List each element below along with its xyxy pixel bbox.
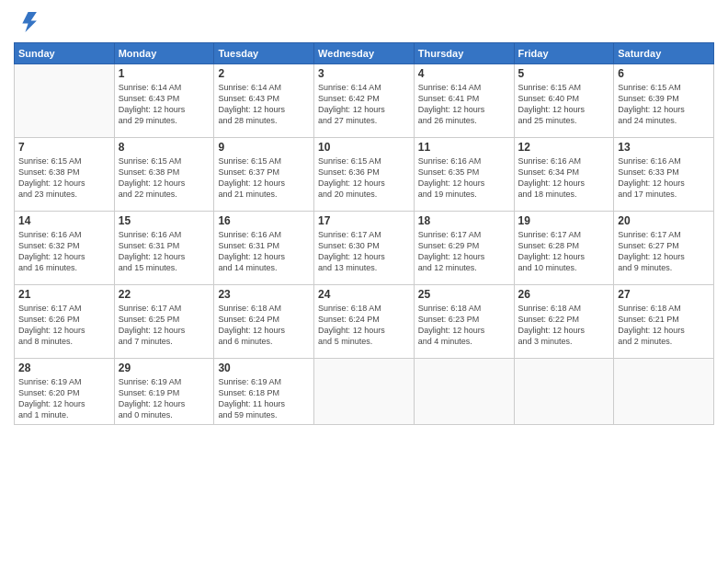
day-info: Sunrise: 6:19 AMSunset: 6:18 PMDaylight:… [218,376,310,421]
day-info: Sunrise: 6:15 AMSunset: 6:38 PMDaylight:… [119,155,210,201]
calendar-cell: 16Sunrise: 6:16 AMSunset: 6:31 PMDayligh… [214,212,314,285]
calendar-cell: 18Sunrise: 6:17 AMSunset: 6:29 PMDayligh… [414,212,514,285]
calendar-cell: 3Sunrise: 6:14 AMSunset: 6:42 PMDaylight… [314,64,415,138]
calendar-cell [614,359,714,425]
day-info: Sunrise: 6:17 AMSunset: 6:30 PMDaylight:… [318,229,410,274]
calendar-cell: 23Sunrise: 6:18 AMSunset: 6:24 PMDayligh… [214,285,314,359]
day-info: Sunrise: 6:14 AMSunset: 6:41 PMDaylight:… [418,82,510,127]
weekday-header: Monday [114,43,214,64]
calendar-cell: 6Sunrise: 6:15 AMSunset: 6:39 PMDaylight… [614,64,714,138]
day-info: Sunrise: 6:18 AMSunset: 6:24 PMDaylight:… [318,303,410,348]
day-number: 16 [218,214,310,227]
day-info: Sunrise: 6:15 AMSunset: 6:37 PMDaylight:… [218,155,310,201]
day-info: Sunrise: 6:17 AMSunset: 6:29 PMDaylight:… [418,229,510,274]
calendar-week-row: 7Sunrise: 6:15 AMSunset: 6:38 PMDaylight… [15,138,714,212]
calendar-cell: 2Sunrise: 6:14 AMSunset: 6:43 PMDaylight… [214,64,314,138]
day-info: Sunrise: 6:16 AMSunset: 6:31 PMDaylight:… [119,229,210,274]
day-number: 13 [618,141,710,154]
weekday-header: Saturday [614,43,714,64]
calendar-cell: 9Sunrise: 6:15 AMSunset: 6:37 PMDaylight… [214,138,314,212]
day-info: Sunrise: 6:15 AMSunset: 6:36 PMDaylight:… [318,155,410,201]
day-number: 11 [418,141,510,154]
day-info: Sunrise: 6:19 AMSunset: 6:19 PMDaylight:… [119,376,210,421]
weekday-header: Sunday [15,43,115,64]
calendar-week-row: 14Sunrise: 6:16 AMSunset: 6:32 PMDayligh… [15,212,714,285]
day-info: Sunrise: 6:18 AMSunset: 6:21 PMDaylight:… [618,303,710,348]
calendar-cell: 21Sunrise: 6:17 AMSunset: 6:26 PMDayligh… [15,285,115,359]
day-number: 27 [618,288,710,301]
calendar-cell: 14Sunrise: 6:16 AMSunset: 6:32 PMDayligh… [15,212,115,285]
day-number: 3 [318,67,410,80]
day-number: 4 [418,67,510,80]
day-number: 17 [318,214,410,227]
calendar-table: SundayMondayTuesdayWednesdayThursdayFrid… [14,42,714,425]
day-info: Sunrise: 6:15 AMSunset: 6:39 PMDaylight:… [618,82,710,127]
calendar-cell: 22Sunrise: 6:17 AMSunset: 6:25 PMDayligh… [114,285,214,359]
calendar-week-row: 28Sunrise: 6:19 AMSunset: 6:20 PMDayligh… [15,359,714,425]
day-number: 14 [18,214,110,227]
calendar-cell: 26Sunrise: 6:18 AMSunset: 6:22 PMDayligh… [514,285,614,359]
calendar-cell [314,359,415,425]
calendar-week-row: 1Sunrise: 6:14 AMSunset: 6:43 PMDaylight… [15,64,714,138]
weekday-header: Tuesday [214,43,314,64]
day-info: Sunrise: 6:14 AMSunset: 6:43 PMDaylight:… [218,82,310,127]
day-number: 20 [618,214,710,227]
calendar-cell: 17Sunrise: 6:17 AMSunset: 6:30 PMDayligh… [314,212,415,285]
calendar-cell: 15Sunrise: 6:16 AMSunset: 6:31 PMDayligh… [114,212,214,285]
day-number: 9 [218,141,310,154]
day-number: 28 [18,362,110,374]
calendar-cell: 1Sunrise: 6:14 AMSunset: 6:43 PMDaylight… [114,64,214,138]
day-number: 10 [318,141,410,154]
svg-marker-0 [22,12,37,32]
day-number: 12 [518,141,610,154]
calendar-cell: 19Sunrise: 6:17 AMSunset: 6:28 PMDayligh… [514,212,614,285]
day-number: 1 [119,67,210,80]
calendar-cell: 29Sunrise: 6:19 AMSunset: 6:19 PMDayligh… [114,359,214,425]
day-info: Sunrise: 6:14 AMSunset: 6:43 PMDaylight:… [119,82,210,127]
weekday-header: Thursday [414,43,514,64]
day-info: Sunrise: 6:16 AMSunset: 6:32 PMDaylight:… [18,229,110,274]
calendar-cell: 11Sunrise: 6:16 AMSunset: 6:35 PMDayligh… [414,138,514,212]
day-info: Sunrise: 6:17 AMSunset: 6:27 PMDaylight:… [618,229,710,274]
calendar-week-row: 21Sunrise: 6:17 AMSunset: 6:26 PMDayligh… [15,285,714,359]
day-info: Sunrise: 6:15 AMSunset: 6:40 PMDaylight:… [518,82,610,127]
day-info: Sunrise: 6:14 AMSunset: 6:42 PMDaylight:… [318,82,410,127]
day-number: 19 [518,214,610,227]
day-info: Sunrise: 6:17 AMSunset: 6:26 PMDaylight:… [18,303,110,348]
weekday-header: Wednesday [314,43,415,64]
day-number: 8 [119,141,210,154]
calendar-cell [15,64,115,138]
calendar-cell: 5Sunrise: 6:15 AMSunset: 6:40 PMDaylight… [514,64,614,138]
day-number: 26 [518,288,610,301]
day-number: 7 [18,141,110,154]
day-info: Sunrise: 6:15 AMSunset: 6:38 PMDaylight:… [18,155,110,201]
day-number: 6 [618,67,710,80]
calendar-cell: 10Sunrise: 6:15 AMSunset: 6:36 PMDayligh… [314,138,415,212]
day-info: Sunrise: 6:18 AMSunset: 6:23 PMDaylight:… [418,303,510,348]
day-number: 21 [18,288,110,301]
day-info: Sunrise: 6:16 AMSunset: 6:31 PMDaylight:… [218,229,310,274]
calendar-cell: 25Sunrise: 6:18 AMSunset: 6:23 PMDayligh… [414,285,514,359]
day-info: Sunrise: 6:17 AMSunset: 6:28 PMDaylight:… [518,229,610,274]
calendar-cell: 4Sunrise: 6:14 AMSunset: 6:41 PMDaylight… [414,64,514,138]
calendar-cell: 7Sunrise: 6:15 AMSunset: 6:38 PMDaylight… [15,138,115,212]
day-info: Sunrise: 6:17 AMSunset: 6:25 PMDaylight:… [119,303,210,348]
day-number: 5 [518,67,610,80]
day-number: 25 [418,288,510,301]
day-info: Sunrise: 6:16 AMSunset: 6:34 PMDaylight:… [518,155,610,201]
day-number: 29 [119,362,210,374]
calendar-cell: 12Sunrise: 6:16 AMSunset: 6:34 PMDayligh… [514,138,614,212]
logo-icon [14,9,40,35]
calendar-cell: 8Sunrise: 6:15 AMSunset: 6:38 PMDaylight… [114,138,214,212]
calendar-cell: 13Sunrise: 6:16 AMSunset: 6:33 PMDayligh… [614,138,714,212]
day-info: Sunrise: 6:19 AMSunset: 6:20 PMDaylight:… [18,376,110,421]
day-number: 23 [218,288,310,301]
day-info: Sunrise: 6:16 AMSunset: 6:33 PMDaylight:… [618,155,710,201]
day-number: 30 [218,362,310,374]
day-info: Sunrise: 6:18 AMSunset: 6:22 PMDaylight:… [518,303,610,348]
day-number: 2 [218,67,310,80]
day-number: 18 [418,214,510,227]
logo [14,9,43,35]
calendar-header-row: SundayMondayTuesdayWednesdayThursdayFrid… [15,43,714,64]
calendar-cell [514,359,614,425]
